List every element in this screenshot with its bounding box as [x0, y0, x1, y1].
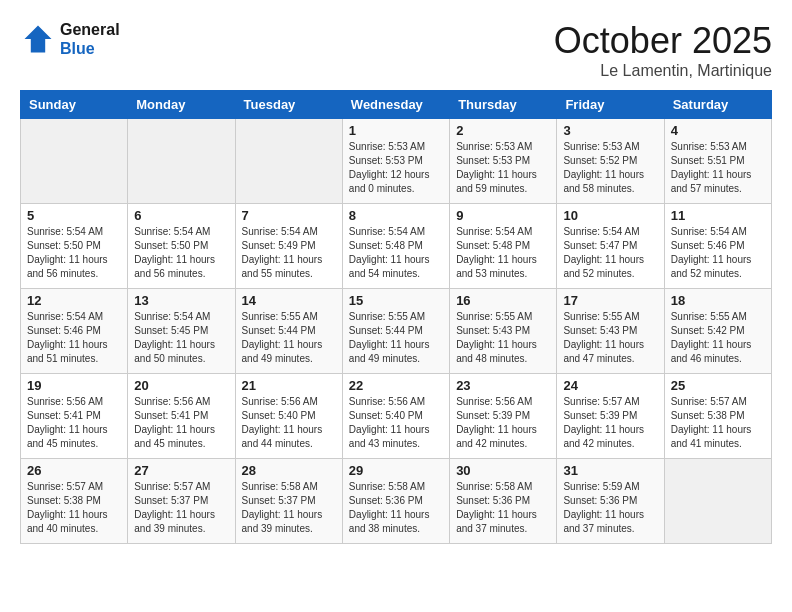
day-info: Sunrise: 5:58 AM Sunset: 5:36 PM Dayligh… — [456, 480, 550, 536]
logo-blue: Blue — [60, 39, 120, 58]
calendar-cell: 25Sunrise: 5:57 AM Sunset: 5:38 PM Dayli… — [664, 374, 771, 459]
day-number: 8 — [349, 208, 443, 223]
calendar-cell: 16Sunrise: 5:55 AM Sunset: 5:43 PM Dayli… — [450, 289, 557, 374]
day-info: Sunrise: 5:58 AM Sunset: 5:37 PM Dayligh… — [242, 480, 336, 536]
day-info: Sunrise: 5:58 AM Sunset: 5:36 PM Dayligh… — [349, 480, 443, 536]
calendar-cell: 8Sunrise: 5:54 AM Sunset: 5:48 PM Daylig… — [342, 204, 449, 289]
calendar-cell: 22Sunrise: 5:56 AM Sunset: 5:40 PM Dayli… — [342, 374, 449, 459]
day-number: 16 — [456, 293, 550, 308]
day-info: Sunrise: 5:54 AM Sunset: 5:48 PM Dayligh… — [349, 225, 443, 281]
calendar-cell: 2Sunrise: 5:53 AM Sunset: 5:53 PM Daylig… — [450, 119, 557, 204]
day-number: 24 — [563, 378, 657, 393]
day-number: 27 — [134, 463, 228, 478]
calendar-cell: 6Sunrise: 5:54 AM Sunset: 5:50 PM Daylig… — [128, 204, 235, 289]
day-info: Sunrise: 5:53 AM Sunset: 5:51 PM Dayligh… — [671, 140, 765, 196]
calendar-cell: 27Sunrise: 5:57 AM Sunset: 5:37 PM Dayli… — [128, 459, 235, 544]
day-number: 19 — [27, 378, 121, 393]
day-number: 18 — [671, 293, 765, 308]
calendar-cell: 20Sunrise: 5:56 AM Sunset: 5:41 PM Dayli… — [128, 374, 235, 459]
day-number: 17 — [563, 293, 657, 308]
day-info: Sunrise: 5:56 AM Sunset: 5:41 PM Dayligh… — [134, 395, 228, 451]
calendar-title: October 2025 — [554, 20, 772, 62]
day-info: Sunrise: 5:54 AM Sunset: 5:48 PM Dayligh… — [456, 225, 550, 281]
day-number: 22 — [349, 378, 443, 393]
calendar-cell: 21Sunrise: 5:56 AM Sunset: 5:40 PM Dayli… — [235, 374, 342, 459]
calendar-cell: 9Sunrise: 5:54 AM Sunset: 5:48 PM Daylig… — [450, 204, 557, 289]
day-number: 5 — [27, 208, 121, 223]
day-number: 25 — [671, 378, 765, 393]
calendar-cell: 13Sunrise: 5:54 AM Sunset: 5:45 PM Dayli… — [128, 289, 235, 374]
weekday-header-thursday: Thursday — [450, 91, 557, 119]
weekday-header-saturday: Saturday — [664, 91, 771, 119]
day-number: 11 — [671, 208, 765, 223]
weekday-header-tuesday: Tuesday — [235, 91, 342, 119]
calendar-cell: 7Sunrise: 5:54 AM Sunset: 5:49 PM Daylig… — [235, 204, 342, 289]
day-number: 3 — [563, 123, 657, 138]
day-info: Sunrise: 5:55 AM Sunset: 5:42 PM Dayligh… — [671, 310, 765, 366]
day-info: Sunrise: 5:54 AM Sunset: 5:47 PM Dayligh… — [563, 225, 657, 281]
day-number: 15 — [349, 293, 443, 308]
calendar-cell: 15Sunrise: 5:55 AM Sunset: 5:44 PM Dayli… — [342, 289, 449, 374]
day-number: 26 — [27, 463, 121, 478]
day-info: Sunrise: 5:53 AM Sunset: 5:53 PM Dayligh… — [349, 140, 443, 196]
day-info: Sunrise: 5:56 AM Sunset: 5:40 PM Dayligh… — [349, 395, 443, 451]
week-row-2: 5Sunrise: 5:54 AM Sunset: 5:50 PM Daylig… — [21, 204, 772, 289]
day-info: Sunrise: 5:53 AM Sunset: 5:52 PM Dayligh… — [563, 140, 657, 196]
day-info: Sunrise: 5:56 AM Sunset: 5:41 PM Dayligh… — [27, 395, 121, 451]
calendar-table: SundayMondayTuesdayWednesdayThursdayFrid… — [20, 90, 772, 544]
day-number: 29 — [349, 463, 443, 478]
calendar-cell: 12Sunrise: 5:54 AM Sunset: 5:46 PM Dayli… — [21, 289, 128, 374]
page-header: General Blue October 2025 Le Lamentin, M… — [20, 20, 772, 80]
day-number: 28 — [242, 463, 336, 478]
calendar-cell: 23Sunrise: 5:56 AM Sunset: 5:39 PM Dayli… — [450, 374, 557, 459]
calendar-subtitle: Le Lamentin, Martinique — [554, 62, 772, 80]
weekday-header-wednesday: Wednesday — [342, 91, 449, 119]
calendar-cell: 18Sunrise: 5:55 AM Sunset: 5:42 PM Dayli… — [664, 289, 771, 374]
weekday-header-sunday: Sunday — [21, 91, 128, 119]
calendar-cell — [235, 119, 342, 204]
title-block: October 2025 Le Lamentin, Martinique — [554, 20, 772, 80]
day-info: Sunrise: 5:57 AM Sunset: 5:37 PM Dayligh… — [134, 480, 228, 536]
svg-marker-0 — [25, 26, 52, 53]
day-info: Sunrise: 5:54 AM Sunset: 5:46 PM Dayligh… — [671, 225, 765, 281]
calendar-cell: 30Sunrise: 5:58 AM Sunset: 5:36 PM Dayli… — [450, 459, 557, 544]
day-info: Sunrise: 5:59 AM Sunset: 5:36 PM Dayligh… — [563, 480, 657, 536]
day-info: Sunrise: 5:54 AM Sunset: 5:46 PM Dayligh… — [27, 310, 121, 366]
day-info: Sunrise: 5:54 AM Sunset: 5:50 PM Dayligh… — [27, 225, 121, 281]
calendar-cell: 26Sunrise: 5:57 AM Sunset: 5:38 PM Dayli… — [21, 459, 128, 544]
calendar-cell: 17Sunrise: 5:55 AM Sunset: 5:43 PM Dayli… — [557, 289, 664, 374]
calendar-cell: 3Sunrise: 5:53 AM Sunset: 5:52 PM Daylig… — [557, 119, 664, 204]
day-info: Sunrise: 5:54 AM Sunset: 5:50 PM Dayligh… — [134, 225, 228, 281]
calendar-cell: 11Sunrise: 5:54 AM Sunset: 5:46 PM Dayli… — [664, 204, 771, 289]
weekday-header-row: SundayMondayTuesdayWednesdayThursdayFrid… — [21, 91, 772, 119]
day-info: Sunrise: 5:54 AM Sunset: 5:45 PM Dayligh… — [134, 310, 228, 366]
day-info: Sunrise: 5:55 AM Sunset: 5:44 PM Dayligh… — [349, 310, 443, 366]
day-info: Sunrise: 5:56 AM Sunset: 5:40 PM Dayligh… — [242, 395, 336, 451]
calendar-cell: 10Sunrise: 5:54 AM Sunset: 5:47 PM Dayli… — [557, 204, 664, 289]
calendar-cell: 1Sunrise: 5:53 AM Sunset: 5:53 PM Daylig… — [342, 119, 449, 204]
day-number: 30 — [456, 463, 550, 478]
week-row-1: 1Sunrise: 5:53 AM Sunset: 5:53 PM Daylig… — [21, 119, 772, 204]
day-number: 9 — [456, 208, 550, 223]
day-info: Sunrise: 5:57 AM Sunset: 5:38 PM Dayligh… — [671, 395, 765, 451]
day-number: 1 — [349, 123, 443, 138]
day-info: Sunrise: 5:56 AM Sunset: 5:39 PM Dayligh… — [456, 395, 550, 451]
day-info: Sunrise: 5:53 AM Sunset: 5:53 PM Dayligh… — [456, 140, 550, 196]
logo-general: General — [60, 20, 120, 39]
calendar-cell — [21, 119, 128, 204]
day-number: 31 — [563, 463, 657, 478]
day-info: Sunrise: 5:57 AM Sunset: 5:39 PM Dayligh… — [563, 395, 657, 451]
day-number: 20 — [134, 378, 228, 393]
calendar-cell — [128, 119, 235, 204]
calendar-cell: 29Sunrise: 5:58 AM Sunset: 5:36 PM Dayli… — [342, 459, 449, 544]
calendar-cell: 19Sunrise: 5:56 AM Sunset: 5:41 PM Dayli… — [21, 374, 128, 459]
weekday-header-friday: Friday — [557, 91, 664, 119]
day-number: 23 — [456, 378, 550, 393]
day-number: 14 — [242, 293, 336, 308]
day-number: 4 — [671, 123, 765, 138]
day-info: Sunrise: 5:57 AM Sunset: 5:38 PM Dayligh… — [27, 480, 121, 536]
week-row-4: 19Sunrise: 5:56 AM Sunset: 5:41 PM Dayli… — [21, 374, 772, 459]
day-info: Sunrise: 5:55 AM Sunset: 5:43 PM Dayligh… — [563, 310, 657, 366]
day-info: Sunrise: 5:54 AM Sunset: 5:49 PM Dayligh… — [242, 225, 336, 281]
day-number: 6 — [134, 208, 228, 223]
